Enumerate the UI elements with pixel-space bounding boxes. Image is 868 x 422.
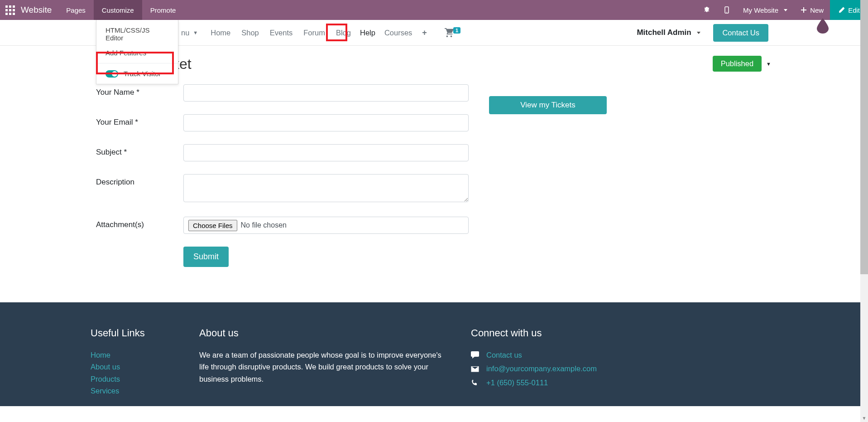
useful-links-heading: Useful Links [91,327,172,339]
footer: Useful Links Home About us Products Serv… [0,302,868,406]
published-status: Published ▼ [713,56,776,72]
toggle-switch-icon[interactable] [106,70,118,78]
user-name: Mitchell Admin [637,28,691,37]
file-input-wrapper[interactable]: Choose Files No file chosen [183,217,469,234]
connect-heading: Connect with us [471,327,777,339]
about-text: We are a team of passionate people whose… [199,349,444,385]
nav-shop[interactable]: Shop [236,29,264,37]
menu-customize[interactable]: Customize [94,0,142,20]
menu-pages[interactable]: Pages [58,0,94,20]
label-attachments: Attachment(s) [91,217,183,229]
ticket-form: Your Name * Your Email * Subject * Descr… [91,84,777,267]
cart-badge: 1 [453,27,460,34]
submit-button[interactable]: Submit [183,247,229,267]
footer-contact-link[interactable]: Contact us [486,349,522,361]
new-button[interactable]: New [794,0,830,20]
nav-home[interactable]: Home [205,29,236,37]
label-subject: Subject * [91,144,183,157]
user-dropdown[interactable]: Mitchell Admin [637,28,700,37]
footer-useful-links: Useful Links Home About us Products Serv… [91,327,172,397]
contact-us-button[interactable]: Contact Us [713,24,768,42]
label-your-name: Your Name * [91,84,183,97]
cart-icon [444,28,454,37]
view-my-tickets-button[interactable]: View my Tickets [489,96,607,114]
scrollbar[interactable]: ▲ ▼ [860,0,868,406]
input-description[interactable] [183,174,469,202]
label-description: Description [91,174,183,187]
dd-html-editor[interactable]: HTML/CSS/JS Editor [96,23,178,45]
envelope-icon [471,366,480,372]
my-website-dropdown[interactable]: My Website [737,0,794,20]
sidebar-right: View my Tickets [489,96,607,114]
plus-icon [800,6,807,14]
nav-fragment: nu [181,29,189,37]
app-brand[interactable]: Website [20,5,58,15]
input-your-email[interactable] [183,114,469,131]
apps-menu-icon[interactable] [0,5,20,15]
menu-promote[interactable]: Promote [142,0,184,20]
nav-blog[interactable]: Blog [331,29,356,37]
dd-add-features[interactable]: Add Features [96,45,178,60]
mobile-icon [723,6,730,14]
chat-icon [471,351,480,359]
input-your-name[interactable] [183,84,469,102]
cart-button[interactable]: 1 [444,28,461,38]
footer-link-about[interactable]: About us [91,361,172,373]
published-caret[interactable]: ▼ [762,56,776,72]
label-your-email: Your Email * [91,114,183,127]
footer-email-link[interactable]: info@yourcompany.example.com [486,363,597,374]
footer-link-products[interactable]: Products [91,373,172,385]
new-label: New [810,6,824,14]
apps-grid-icon [5,5,15,15]
customize-dropdown: HTML/CSS/JS Editor Add Features Track Vi… [96,20,178,84]
edit-label: Edit [848,6,860,14]
about-heading: About us [199,327,444,339]
phone-icon [471,379,480,386]
no-file-text: No file chosen [241,221,287,229]
my-website-label: My Website [743,6,778,14]
dropdown-divider [96,63,178,63]
published-button[interactable]: Published [713,56,762,72]
nav-forum[interactable]: Forum [298,29,331,37]
nav-add-menu[interactable]: + [417,28,432,38]
bug-icon [703,6,710,14]
pencil-icon [838,6,845,14]
track-visitor-label: Track Visitor [124,70,161,78]
footer-phone-link[interactable]: +1 (650) 555-0111 [486,377,548,388]
footer-connect: Connect with us Contact us info@yourcomp… [471,327,777,397]
footer-link-services[interactable]: Services [91,385,172,397]
nav-events[interactable]: Events [264,29,298,37]
scrollbar-thumb[interactable] [860,0,868,274]
dd-track-visitor[interactable]: Track Visitor [96,66,178,81]
footer-about: About us We are a team of passionate peo… [199,327,444,397]
debug-icon-button[interactable] [697,0,717,20]
footer-link-home[interactable]: Home [91,349,172,361]
nav-courses[interactable]: Courses [379,29,417,37]
inkdrop-icon[interactable] [816,18,830,34]
input-subject[interactable] [183,144,469,161]
top-app-bar: Website Pages Customize Promote My Websi… [0,0,868,20]
mobile-preview-button[interactable] [717,0,737,20]
chevron-down-icon[interactable]: ▼ [193,30,198,35]
nav-help[interactable]: Help [356,29,379,37]
choose-files-button[interactable]: Choose Files [188,220,237,231]
svg-point-1 [726,12,727,13]
